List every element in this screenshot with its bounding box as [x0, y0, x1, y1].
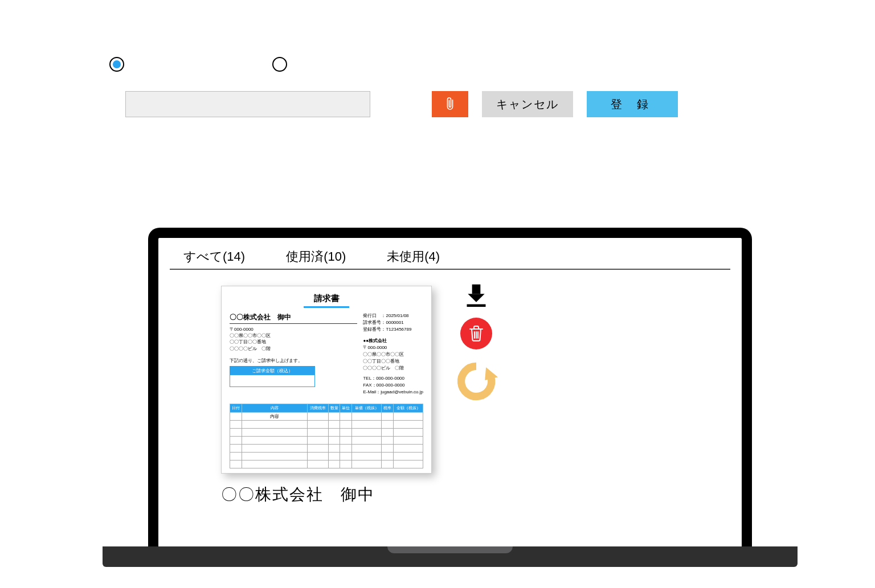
delete-button[interactable]	[460, 318, 492, 349]
invoice-note: 下記の通り、ご請求申し上げます。	[230, 357, 357, 364]
filter-tabs: すべて(14) 使用済(10) 未使用(4)	[170, 244, 730, 270]
action-row: キャンセル 登 録	[125, 91, 729, 117]
refresh-icon[interactable]	[455, 360, 498, 403]
text-input[interactable]	[125, 91, 370, 117]
radio-option-2[interactable]	[272, 57, 287, 72]
thumbnail-actions	[455, 282, 498, 403]
invoice-meta: 発行日 ：2025/01/08 請求番号：0000001 登録番号：T12345…	[363, 312, 423, 396]
document-caption: 〇〇株式会社 御中	[221, 484, 736, 505]
paperclip-icon	[445, 96, 455, 112]
laptop-base	[103, 546, 798, 567]
document-area: 請求書 〇〇株式会社 御中 〒000-0000 〇〇県〇〇市〇〇区 〇〇丁目〇〇…	[221, 286, 574, 474]
svg-rect-2	[467, 305, 486, 307]
svg-marker-3	[485, 367, 498, 380]
register-button[interactable]: 登 録	[587, 91, 678, 117]
tab-used[interactable]: 使用済(10)	[286, 248, 346, 265]
radio-row	[109, 57, 729, 72]
invoice-amount-box: ご請求金額（税込）	[230, 366, 315, 387]
invoice-title: 請求書	[230, 293, 423, 306]
radio-option-1[interactable]	[109, 57, 124, 72]
invoice-client: 〇〇株式会社 御中	[230, 312, 357, 324]
invoice-client-addr: 〒000-0000 〇〇県〇〇市〇〇区 〇〇丁目〇〇番地 〇〇〇〇ビル 〇階	[230, 326, 357, 352]
invoice-line-table: 日付 内容 消費税率 数量 単位 単価（税抜） 税率 金額（税抜）	[230, 404, 423, 468]
invoice-thumbnail[interactable]: 請求書 〇〇株式会社 御中 〒000-0000 〇〇県〇〇市〇〇区 〇〇丁目〇〇…	[221, 286, 432, 474]
laptop-frame: すべて(14) 使用済(10) 未使用(4) 請求書 〇〇株式会社 御中 〒00…	[148, 228, 752, 567]
download-icon[interactable]	[464, 282, 489, 307]
svg-marker-1	[468, 294, 484, 302]
svg-rect-0	[472, 285, 481, 294]
tab-unused[interactable]: 未使用(4)	[387, 248, 440, 265]
cancel-button[interactable]: キャンセル	[482, 91, 573, 117]
trash-icon	[467, 324, 485, 343]
attach-button[interactable]	[432, 91, 468, 117]
tab-all[interactable]: すべて(14)	[183, 248, 245, 265]
